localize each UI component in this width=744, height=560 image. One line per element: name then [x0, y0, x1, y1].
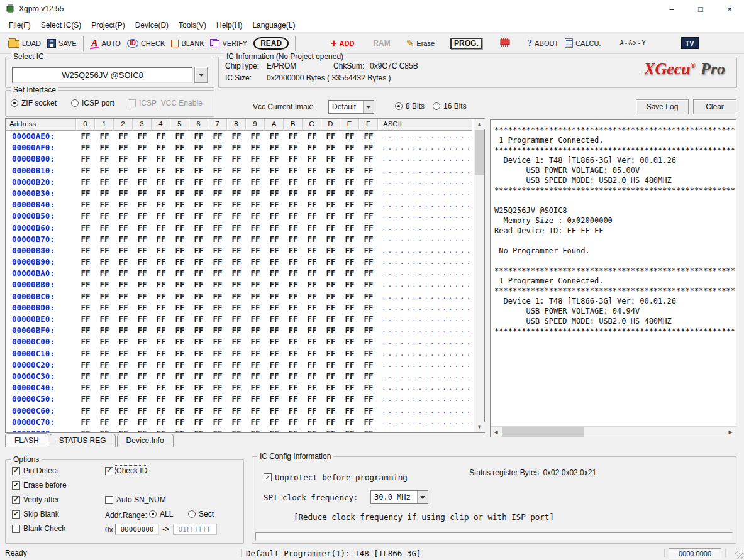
selected-ic-field[interactable]: W25Q256JV @SOIC8	[12, 67, 193, 83]
hex-byte-cell[interactable]: FF	[321, 234, 340, 245]
menu-file[interactable]: File(F)	[4, 18, 36, 32]
hex-byte-cell[interactable]: FF	[189, 417, 208, 428]
hex-byte-cell[interactable]: FF	[189, 222, 208, 234]
hex-byte-cell[interactable]: FF	[95, 291, 114, 302]
hex-byte-cell[interactable]: FF	[208, 177, 227, 188]
hex-byte-cell[interactable]: FF	[284, 142, 303, 153]
hex-byte-cell[interactable]: FF	[340, 177, 359, 188]
hex-vertical-scrollbar[interactable]: ▲ ▼	[474, 119, 484, 432]
hex-column-header[interactable]: 6	[189, 119, 208, 131]
hex-ascii-cell[interactable]: ................	[378, 348, 472, 360]
hex-byte-cell[interactable]: FF	[95, 177, 114, 188]
hex-byte-cell[interactable]: FF	[246, 314, 265, 325]
hex-byte-cell[interactable]: FF	[246, 360, 265, 371]
hex-byte-cell[interactable]: FF	[152, 142, 170, 153]
menu-project[interactable]: Project(P)	[86, 18, 130, 32]
hex-byte-cell[interactable]: FF	[265, 211, 284, 222]
hex-byte-cell[interactable]: FF	[359, 268, 378, 279]
hex-column-header[interactable]: E	[340, 119, 359, 131]
hex-byte-cell[interactable]: FF	[265, 268, 284, 279]
hex-byte-cell[interactable]: FF	[359, 256, 378, 268]
hex-byte-cell[interactable]: FF	[76, 199, 95, 211]
hex-byte-cell[interactable]: FF	[284, 256, 303, 268]
hex-byte-cell[interactable]: FF	[208, 234, 227, 245]
hex-byte-cell[interactable]: FF	[246, 222, 265, 234]
hex-byte-cell[interactable]: FF	[152, 211, 170, 222]
hex-byte-cell[interactable]: FF	[170, 291, 189, 302]
hex-byte-cell[interactable]: FF	[265, 360, 284, 371]
hex-byte-cell[interactable]: FF	[246, 417, 265, 428]
hex-byte-cell[interactable]: FF	[321, 256, 340, 268]
hex-byte-cell[interactable]: FF	[208, 279, 227, 290]
hex-byte-cell[interactable]: FF	[133, 199, 152, 211]
hex-byte-cell[interactable]: FF	[208, 325, 227, 336]
hex-byte-cell[interactable]: FF	[189, 428, 208, 432]
hex-byte-cell[interactable]: FF	[114, 256, 133, 268]
hex-byte-cell[interactable]: FF	[114, 405, 133, 417]
hex-byte-cell[interactable]: FF	[321, 131, 340, 142]
hex-byte-cell[interactable]: FF	[321, 211, 340, 222]
ic-dropdown-button[interactable]	[194, 67, 208, 83]
hex-ascii-cell[interactable]: ................	[378, 199, 472, 211]
hex-column-header[interactable]: 7	[208, 119, 227, 131]
hex-byte-cell[interactable]: FF	[227, 279, 246, 290]
hex-byte-cell[interactable]: FF	[152, 405, 170, 417]
hex-byte-cell[interactable]: FF	[359, 417, 378, 428]
hex-ascii-cell[interactable]: ................	[378, 131, 472, 142]
hex-byte-cell[interactable]: FF	[208, 165, 227, 177]
hex-byte-cell[interactable]: FF	[95, 382, 114, 393]
hex-byte-cell[interactable]: FF	[76, 360, 95, 371]
tab-flash[interactable]: FLASH	[5, 433, 48, 447]
hex-byte-cell[interactable]: FF	[340, 417, 359, 428]
hex-byte-cell[interactable]: FF	[152, 314, 170, 325]
hex-byte-cell[interactable]: FF	[208, 314, 227, 325]
hex-byte-cell[interactable]: FF	[284, 131, 303, 142]
menu-help[interactable]: Help(H)	[211, 18, 247, 32]
scroll-down-arrow[interactable]: ▼	[474, 422, 485, 432]
hex-byte-cell[interactable]: FF	[189, 279, 208, 290]
zif-socket-radio[interactable]: ZIF socket	[11, 99, 57, 107]
hex-byte-cell[interactable]: FF	[170, 360, 189, 371]
scrollbar-thumb[interactable]	[502, 427, 584, 437]
hex-byte-cell[interactable]: FF	[133, 177, 152, 188]
hex-byte-cell[interactable]: FF	[303, 314, 321, 325]
icsp-port-radio[interactable]: ICSP port	[71, 99, 114, 107]
hex-byte-cell[interactable]: FF	[227, 256, 246, 268]
hex-byte-cell[interactable]: FF	[246, 165, 265, 177]
hex-byte-cell[interactable]: FF	[170, 336, 189, 348]
dropdown-arrow-button[interactable]	[417, 491, 428, 503]
hex-byte-cell[interactable]: FF	[95, 211, 114, 222]
tv-button[interactable]: TV	[678, 34, 702, 53]
hex-byte-cell[interactable]: FF	[170, 348, 189, 360]
hex-byte-cell[interactable]: FF	[303, 234, 321, 245]
hex-byte-cell[interactable]: FF	[265, 417, 284, 428]
hex-byte-cell[interactable]: FF	[170, 165, 189, 177]
hex-byte-cell[interactable]: FF	[359, 199, 378, 211]
hex-byte-cell[interactable]: FF	[359, 405, 378, 417]
hex-byte-cell[interactable]: FF	[189, 302, 208, 314]
hex-byte-cell[interactable]: FF	[208, 393, 227, 405]
hex-byte-cell[interactable]: FF	[208, 291, 227, 302]
hex-column-header[interactable]: D	[321, 119, 340, 131]
hex-byte-cell[interactable]: FF	[227, 314, 246, 325]
hex-byte-cell[interactable]: FF	[170, 382, 189, 393]
hex-ascii-cell[interactable]: ................	[378, 268, 472, 279]
hex-byte-cell[interactable]: FF	[76, 428, 95, 432]
hex-byte-cell[interactable]: FF	[359, 177, 378, 188]
hex-byte-cell[interactable]: FF	[208, 302, 227, 314]
add-button[interactable]: + ADD	[328, 34, 357, 53]
hex-byte-cell[interactable]: FF	[170, 371, 189, 382]
hex-byte-cell[interactable]: FF	[95, 256, 114, 268]
hex-byte-cell[interactable]: FF	[208, 348, 227, 360]
hex-byte-cell[interactable]: FF	[359, 302, 378, 314]
spi-clock-dropdown[interactable]: 30.0 MHz	[370, 490, 428, 504]
hex-byte-cell[interactable]: FF	[170, 405, 189, 417]
hex-byte-cell[interactable]: FF	[303, 153, 321, 165]
menu-tools[interactable]: Tools(V)	[174, 18, 211, 32]
hex-byte-cell[interactable]: FF	[227, 188, 246, 199]
hex-byte-cell[interactable]: FF	[133, 245, 152, 256]
hex-byte-cell[interactable]: FF	[359, 142, 378, 153]
hex-byte-cell[interactable]: FF	[189, 142, 208, 153]
hex-byte-cell[interactable]: FF	[189, 177, 208, 188]
hex-byte-cell[interactable]: FF	[359, 153, 378, 165]
